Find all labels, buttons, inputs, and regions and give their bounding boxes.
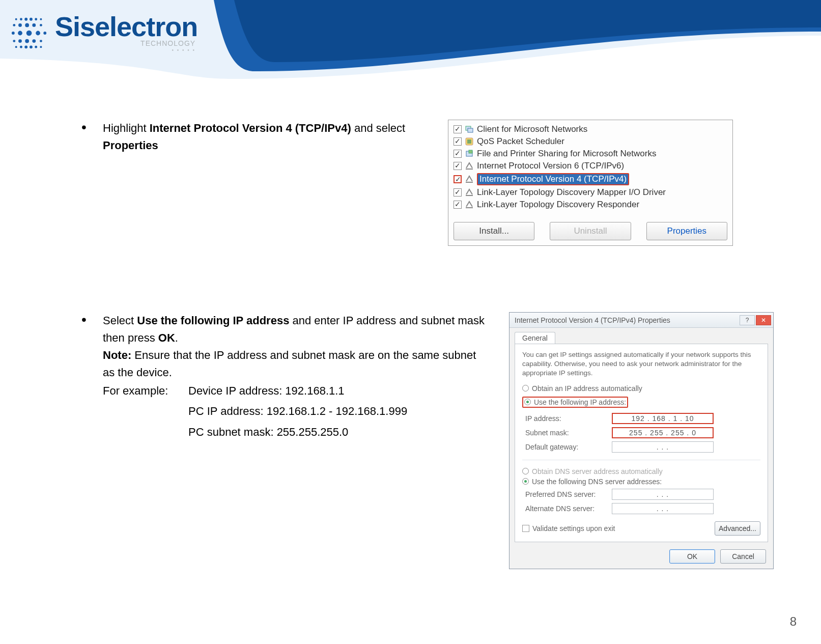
gateway-field[interactable]: . . . xyxy=(612,441,714,453)
pref-dns-field[interactable]: . . . xyxy=(612,489,714,500)
net-item[interactable]: Link-Layer Topology Discovery Mapper I/O… xyxy=(452,186,728,199)
net-item[interactable]: Link-Layer Topology Discovery Responder xyxy=(452,199,728,211)
brand-subtitle: TECHNOLOGY xyxy=(55,39,197,47)
dialog-description: You can get IP settings assigned automat… xyxy=(522,350,760,378)
brand-ornament: • • • • • xyxy=(55,47,197,53)
svg-rect-30 xyxy=(467,139,471,144)
svg-point-21 xyxy=(15,46,17,48)
page-banner: Siselectron TECHNOLOGY • • • • • xyxy=(0,0,821,79)
protocol-icon xyxy=(465,161,474,171)
protocol-icon xyxy=(465,188,474,197)
svg-point-3 xyxy=(30,17,33,20)
svg-point-7 xyxy=(18,23,22,26)
checkbox-icon[interactable] xyxy=(454,162,462,170)
client-icon xyxy=(465,125,474,134)
net-item-label: File and Printer Sharing for Microsoft N… xyxy=(477,149,656,159)
svg-point-25 xyxy=(35,45,37,48)
svg-point-6 xyxy=(13,23,15,26)
net-item[interactable]: QoS Packet Scheduler xyxy=(452,135,728,148)
net-item-label: Client for Microsoft Networks xyxy=(477,124,587,134)
svg-point-9 xyxy=(32,23,36,26)
install-button[interactable]: Install... xyxy=(454,222,534,240)
svg-point-1 xyxy=(20,18,22,20)
svg-rect-28 xyxy=(468,128,473,132)
radio-auto-ip[interactable]: Obtain an IP address automatically xyxy=(522,384,760,393)
svg-point-18 xyxy=(25,39,29,43)
brand-logo: Siselectron TECHNOLOGY • • • • • xyxy=(10,13,197,53)
help-icon[interactable]: ? xyxy=(740,315,755,325)
svg-point-12 xyxy=(18,31,22,35)
file-share-icon xyxy=(465,149,474,158)
example-line: PC subnet mask: 255.255.255.0 xyxy=(188,424,489,441)
radio-icon xyxy=(522,468,529,474)
svg-point-17 xyxy=(18,39,22,43)
radio-auto-dns: Obtain DNS server address automatically xyxy=(522,467,760,475)
brand-name: Siselectron xyxy=(55,13,197,40)
checkbox-icon[interactable] xyxy=(454,188,462,197)
svg-point-14 xyxy=(36,31,40,35)
subnet-mask-field[interactable]: 255 . 255 . 255 . 0 xyxy=(612,427,714,438)
radio-static-dns[interactable]: Use the following DNS server addresses: xyxy=(522,478,760,486)
dialog-title: Internet Protocol Version 4 (TCP/IPv4) P… xyxy=(515,316,670,324)
qos-icon xyxy=(465,137,474,146)
checkbox-icon[interactable] xyxy=(454,137,462,146)
instruction-step-1: Highlight Internet Protocol Version 4 (T… xyxy=(81,120,428,154)
protocol-icon xyxy=(465,200,474,209)
svg-point-10 xyxy=(40,23,42,26)
logo-dots-icon xyxy=(10,13,50,53)
close-icon[interactable]: ✕ xyxy=(756,315,771,325)
radio-icon[interactable] xyxy=(522,385,529,391)
checkbox-icon[interactable] xyxy=(454,201,462,209)
ip-address-field[interactable]: 192 . 168 . 1 . 10 xyxy=(612,413,714,424)
properties-button[interactable]: Properties xyxy=(646,222,727,240)
svg-point-16 xyxy=(13,40,15,42)
net-item[interactable]: Client for Microsoft Networks xyxy=(452,123,728,135)
dialog-body: You can get IP settings assigned automat… xyxy=(515,344,768,542)
net-item[interactable]: File and Printer Sharing for Microsoft N… xyxy=(452,148,728,160)
advanced-button[interactable]: Advanced... xyxy=(715,521,760,536)
svg-point-24 xyxy=(30,45,33,48)
ip-address-label: IP address: xyxy=(525,414,612,423)
net-item-label-selected: Internet Protocol Version 4 (TCP/IPv4) xyxy=(477,173,629,185)
svg-point-15 xyxy=(43,32,46,35)
svg-point-8 xyxy=(25,23,29,27)
radio-icon[interactable] xyxy=(524,399,531,405)
net-item-label: Link-Layer Topology Discovery Mapper I/O… xyxy=(477,187,666,198)
dialog-titlebar: Internet Protocol Version 4 (TCP/IPv4) P… xyxy=(509,313,773,328)
alt-dns-field[interactable]: . . . xyxy=(612,503,714,514)
svg-point-4 xyxy=(35,18,37,20)
radio-static-ip[interactable]: Use the following IP address: xyxy=(522,397,628,408)
checkbox-icon[interactable] xyxy=(454,150,462,158)
svg-point-22 xyxy=(20,45,22,48)
svg-rect-32 xyxy=(469,150,472,153)
protocol-icon xyxy=(465,175,474,184)
tab-general[interactable]: General xyxy=(515,332,555,344)
svg-point-19 xyxy=(32,39,36,43)
instruction-step-2: Select Use the following IP address and … xyxy=(81,312,489,441)
checkbox-icon[interactable] xyxy=(454,125,462,133)
svg-point-2 xyxy=(24,17,27,20)
svg-point-13 xyxy=(26,30,32,36)
svg-point-0 xyxy=(15,18,17,20)
validate-checkbox[interactable] xyxy=(522,525,529,532)
net-item-label: Internet Protocol Version 6 (TCP/IPv6) xyxy=(477,161,624,171)
svg-point-26 xyxy=(40,46,42,48)
svg-point-5 xyxy=(40,18,42,20)
validate-label: Validate settings upon exit xyxy=(532,524,615,533)
net-item-label: QoS Packet Scheduler xyxy=(477,136,564,147)
checkbox-icon[interactable] xyxy=(454,175,462,183)
net-item-label: Link-Layer Topology Discovery Responder xyxy=(477,200,639,210)
radio-icon[interactable] xyxy=(522,478,529,485)
net-item-selected[interactable]: Internet Protocol Version 4 (TCP/IPv4) xyxy=(452,172,728,186)
svg-point-23 xyxy=(24,45,27,48)
net-item[interactable]: Internet Protocol Version 6 (TCP/IPv6) xyxy=(452,160,728,172)
subnet-mask-label: Subnet mask: xyxy=(525,429,612,437)
svg-point-11 xyxy=(12,32,15,35)
ok-button[interactable]: OK xyxy=(669,549,715,564)
cancel-button[interactable]: Cancel xyxy=(720,549,766,564)
alt-dns-label: Alternate DNS server: xyxy=(525,505,612,513)
svg-point-20 xyxy=(40,40,42,42)
gateway-label: Default gateway: xyxy=(525,443,612,451)
uninstall-button: Uninstall xyxy=(550,222,631,240)
page-number: 8 xyxy=(790,614,797,629)
